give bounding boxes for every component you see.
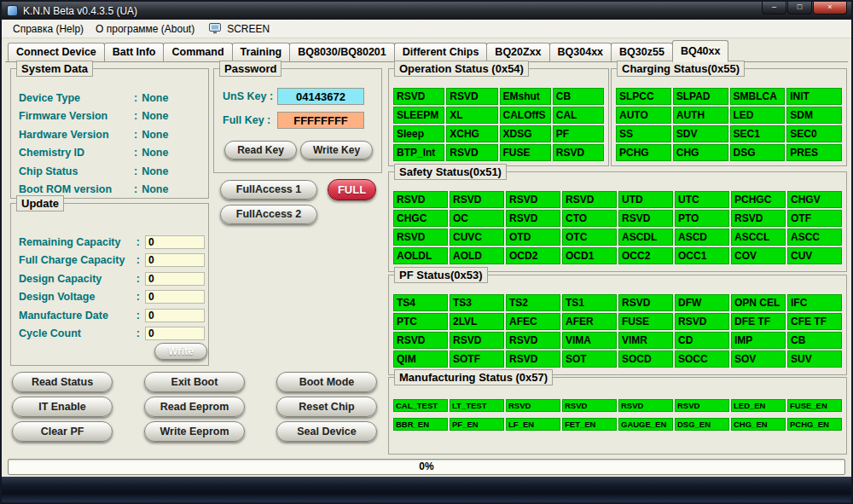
reset-chip-button[interactable]: Reset Chip — [276, 397, 377, 417]
tab-batt-info[interactable]: Batt Info — [104, 43, 165, 61]
separator: : — [134, 147, 137, 159]
menu-about[interactable]: О программе (About) — [90, 21, 200, 37]
status-flag-cell: RSVD — [675, 313, 729, 330]
system-data-rows: Device Type:None Firmware Version:None H… — [19, 89, 205, 199]
safety-status-panel: Safety Status(0x51) RSVDRSVDRSVDRSVDUTDU… — [388, 171, 847, 272]
panel-title: Operation Status (0x54) — [394, 61, 529, 77]
status-flag-cell: ASCDL — [618, 229, 673, 246]
tab-connect-device[interactable]: Connect Device — [8, 43, 105, 61]
full-key-field[interactable] — [277, 112, 364, 129]
design-voltage-input[interactable] — [145, 290, 205, 304]
status-flag-cell: RSVD — [562, 399, 617, 412]
seal-device-button[interactable]: Seal Device — [276, 421, 377, 442]
status-flag-cell: SEC0 — [786, 125, 842, 142]
separator: : — [134, 165, 137, 177]
read-key-button[interactable]: Read Key — [224, 141, 297, 159]
status-flag-cell: SOTF — [450, 350, 504, 368]
password-panel: Password UnS Key : Full Key : Read Key W… — [213, 68, 382, 173]
it-enable-button[interactable]: IT Enable — [12, 397, 113, 417]
tab-different-chips[interactable]: Different Chips — [394, 43, 488, 61]
field-label: Design Capacity — [19, 273, 136, 285]
close-button[interactable]: × — [813, 2, 847, 14]
window-controls: – □ × — [761, 2, 847, 14]
status-flag-cell: RSVD — [393, 191, 448, 208]
status-flag-cell: RSVD — [562, 191, 617, 208]
separator: : — [136, 291, 140, 303]
status-flag-cell: 2LVL — [450, 313, 504, 330]
status-flag-cell: PCHGC — [731, 191, 786, 208]
status-flag-cell: OC — [450, 210, 504, 227]
status-flag-cell: TS3 — [450, 294, 504, 311]
exit-boot-button[interactable]: Exit Boot — [144, 372, 245, 392]
tab-bq30z55[interactable]: BQ30z55 — [611, 43, 673, 61]
status-flag-cell: SLEEPM — [393, 107, 444, 124]
status-flag-cell: OCC2 — [618, 247, 673, 264]
remaining-capacity-row: Remaining Capacity: — [19, 233, 205, 252]
design-capacity-input[interactable] — [145, 272, 205, 286]
firmware-version-row: Firmware Version:None — [19, 107, 205, 126]
tab-bq304xx[interactable]: BQ304xx — [549, 43, 612, 61]
minimize-button[interactable]: – — [762, 2, 786, 14]
manufacture-date-input[interactable] — [145, 309, 205, 322]
read-status-button[interactable]: Read Status — [12, 372, 113, 392]
separator: : — [134, 92, 137, 104]
app-icon — [7, 5, 18, 16]
status-flag-cell: XDSG — [500, 125, 551, 142]
status-flag-cell: CAL — [553, 107, 604, 124]
menu-screen[interactable]: SCREEN — [221, 21, 276, 37]
full-button[interactable]: FULL — [328, 179, 376, 200]
write-eeprom-button[interactable]: Write Eeprom — [144, 421, 245, 442]
charging-status-panel: Charging Status(0x55) SLPCCSLPADSMBLCAIN… — [611, 68, 847, 166]
app-window: K.N.N Beta v0.4.3.5 (UA) – □ × Справка (… — [0, 0, 853, 504]
menu-bar: Справка (Help) О программе (About) SCREE… — [2, 20, 851, 38]
field-value: None — [142, 147, 168, 159]
field-label: Hardware Version — [19, 129, 134, 141]
status-flag-cell: PTO — [675, 210, 729, 227]
maximize-button[interactable]: □ — [787, 2, 812, 14]
status-flag-cell: RSVD — [446, 144, 497, 161]
status-flag-cell: PCHG — [616, 144, 671, 161]
cycle-count-input[interactable] — [145, 327, 205, 340]
tab-training[interactable]: Training — [232, 43, 291, 61]
status-flag-cell: RSVD — [675, 399, 729, 412]
full-charge-capacity-input[interactable] — [145, 253, 205, 267]
uns-key-row: UnS Key : — [223, 88, 364, 105]
tab-bq8030[interactable]: BQ8030/BQ80201 — [289, 43, 395, 61]
clear-pf-button[interactable]: Clear PF — [12, 421, 113, 442]
status-flag-cell: CB — [553, 88, 604, 105]
status-flag-cell: UTD — [618, 191, 673, 208]
remaining-capacity-input[interactable] — [145, 235, 205, 249]
charging-status-grid: SLPCCSLPADSMBLCAINITAUTOAUTHLEDSDMSSSDVS… — [616, 88, 842, 161]
tab-command[interactable]: Command — [163, 43, 232, 61]
status-flag-cell: RSVD — [393, 229, 448, 246]
status-flag-cell: OCC1 — [675, 247, 729, 264]
write-key-button[interactable]: Write Key — [300, 141, 373, 159]
manufacture-date-row: Manufacture Date: — [19, 306, 205, 325]
separator: : — [134, 129, 137, 141]
status-flag-cell: AUTO — [616, 107, 671, 124]
tab-bq20zxx[interactable]: BQ20Zxx — [486, 43, 549, 61]
title-bar[interactable]: K.N.N Beta v0.4.3.5 (UA) – □ × — [2, 2, 851, 20]
menu-help[interactable]: Справка (Help) — [7, 21, 90, 37]
status-flag-cell: RSVD — [393, 88, 444, 105]
status-flag-cell: AOLDL — [393, 247, 448, 264]
status-flag-cell: OTF — [787, 210, 842, 227]
cycle-count-row: Cycle Count: — [19, 325, 205, 344]
full-access-1-button[interactable]: FullAccess 1 — [220, 180, 317, 200]
status-flag-cell: TS2 — [506, 294, 560, 311]
status-flag-cell: CUV — [787, 247, 842, 264]
read-eeprom-button[interactable]: Read Eeprom — [144, 397, 245, 417]
write-button[interactable]: Write — [154, 343, 207, 360]
boot-mode-button[interactable]: Boot Mode — [276, 372, 377, 392]
status-flag-cell: INIT — [786, 88, 842, 105]
status-flag-cell: ASCD — [675, 229, 729, 246]
update-rows: Remaining Capacity: Full Charge Capacity… — [19, 233, 205, 343]
status-flag-cell: RSVD — [446, 88, 497, 105]
status-flag-cell: PRES — [786, 144, 842, 161]
status-flag-cell: RSVD — [618, 399, 673, 412]
full-access-2-button[interactable]: FullAccess 2 — [220, 205, 317, 224]
uns-key-field[interactable] — [277, 88, 364, 105]
tab-bq40xx[interactable]: BQ40xx — [672, 40, 729, 62]
separator: : — [136, 310, 140, 322]
status-flag-cell: DSG — [730, 144, 786, 161]
